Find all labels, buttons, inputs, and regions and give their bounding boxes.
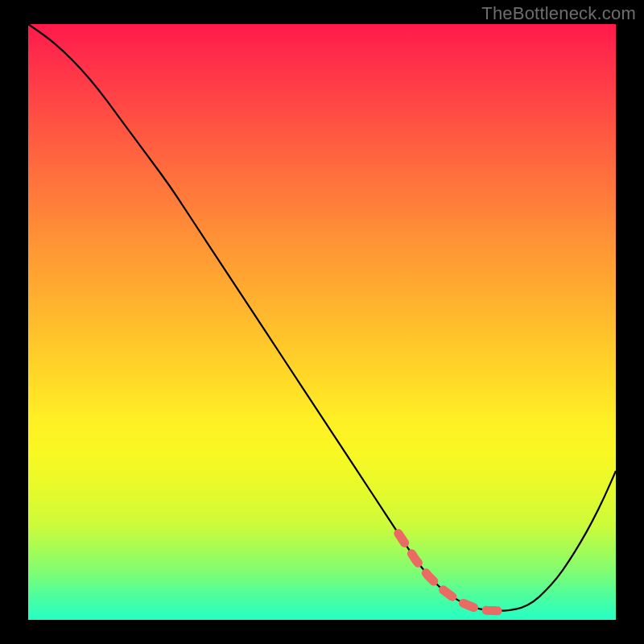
curve-line	[28, 24, 616, 611]
chart-frame: TheBottleneck.com	[0, 0, 644, 644]
curve-highlight-segment	[398, 534, 510, 611]
plot-area	[28, 24, 616, 620]
watermark-text: TheBottleneck.com	[481, 3, 636, 24]
bottleneck-curve	[28, 24, 616, 620]
